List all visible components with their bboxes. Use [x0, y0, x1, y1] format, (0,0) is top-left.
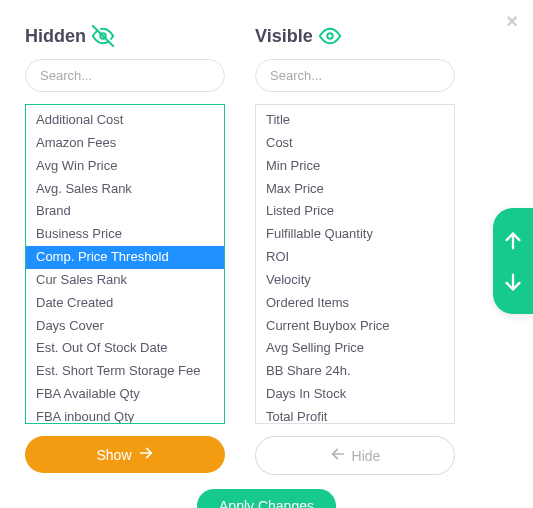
list-item[interactable]: ROI: [256, 246, 454, 269]
list-item[interactable]: Velocity: [256, 269, 454, 292]
eye-icon: [319, 25, 341, 47]
visible-column: Visible TitleCostMin PriceMax PriceListe…: [255, 25, 455, 475]
eye-off-icon: [92, 25, 114, 47]
apply-button[interactable]: Apply Changes: [197, 489, 336, 508]
visible-header: Visible: [255, 25, 455, 47]
hidden-search-input[interactable]: [25, 59, 225, 92]
hidden-title: Hidden: [25, 26, 86, 47]
list-item[interactable]: Date Created: [26, 292, 224, 315]
list-item[interactable]: Est. Out Of Stock Date: [26, 337, 224, 360]
hidden-list[interactable]: Additional CostAmazon FeesAvg Win PriceA…: [25, 104, 225, 424]
list-item[interactable]: FBA inbound Qty: [26, 406, 224, 424]
arrow-right-icon: [138, 445, 154, 464]
list-item[interactable]: Avg Win Price: [26, 155, 224, 178]
hide-button-label: Hide: [352, 448, 381, 464]
list-item[interactable]: BB Share 24h.: [256, 360, 454, 383]
list-item[interactable]: Brand: [26, 200, 224, 223]
show-button[interactable]: Show: [25, 436, 225, 473]
list-item[interactable]: Amazon Fees: [26, 132, 224, 155]
list-item[interactable]: Cur Sales Rank: [26, 269, 224, 292]
list-item[interactable]: Current Buybox Price: [256, 315, 454, 338]
list-item[interactable]: Listed Price: [256, 200, 454, 223]
list-item[interactable]: Business Price: [26, 223, 224, 246]
list-item[interactable]: FBA Available Qty: [26, 383, 224, 406]
show-button-label: Show: [96, 447, 131, 463]
svg-point-2: [327, 33, 333, 39]
arrow-left-icon: [330, 446, 346, 465]
list-item[interactable]: Comp. Price Threshold: [26, 246, 224, 269]
move-down-button[interactable]: [500, 269, 526, 295]
list-item[interactable]: Additional Cost: [26, 109, 224, 132]
list-item[interactable]: Ordered Items: [256, 292, 454, 315]
list-item[interactable]: Cost: [256, 132, 454, 155]
list-item[interactable]: Max Price: [256, 178, 454, 201]
list-item[interactable]: Avg. Sales Rank: [26, 178, 224, 201]
list-item[interactable]: Days In Stock: [256, 383, 454, 406]
move-up-button[interactable]: [500, 228, 526, 254]
list-item[interactable]: Min Price: [256, 155, 454, 178]
close-icon[interactable]: ×: [506, 10, 518, 33]
list-item[interactable]: Avg Selling Price: [256, 337, 454, 360]
visible-search-input[interactable]: [255, 59, 455, 92]
list-item[interactable]: Days Cover: [26, 315, 224, 338]
hidden-column: Hidden Additional CostAmazon FeesAvg Win…: [25, 25, 225, 475]
list-item[interactable]: Title: [256, 109, 454, 132]
visible-list[interactable]: TitleCostMin PriceMax PriceListed PriceF…: [255, 104, 455, 424]
hide-button[interactable]: Hide: [255, 436, 455, 475]
list-item[interactable]: Fulfillable Quantity: [256, 223, 454, 246]
list-item[interactable]: Total Profit: [256, 406, 454, 424]
visible-title: Visible: [255, 26, 313, 47]
hidden-header: Hidden: [25, 25, 225, 47]
reorder-control: [493, 208, 533, 314]
list-item[interactable]: Est. Short Term Storage Fee: [26, 360, 224, 383]
